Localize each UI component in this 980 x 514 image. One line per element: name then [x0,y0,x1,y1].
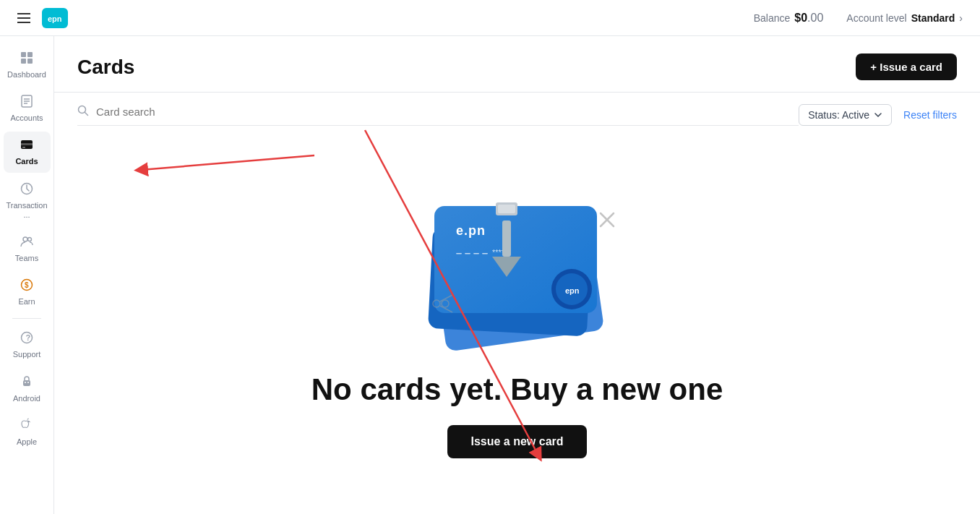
reset-filters-button[interactable]: Reset filters [903,109,957,121]
dashboard-icon [20,51,34,67]
sidebar-item-earn-label: Earn [18,297,35,307]
cards-icon [20,137,34,154]
svg-point-21 [25,382,26,383]
svg-rect-11 [21,143,33,145]
search-wrapper [77,105,799,126]
sidebar-item-apple[interactable]: Apple [4,412,51,453]
svg-point-22 [27,382,29,383]
logo-icon: epn [42,8,68,28]
sidebar-item-accounts[interactable]: Accounts [4,88,51,129]
apple-icon [20,418,34,434]
svg-rect-5 [27,59,33,64]
sidebar-item-support-label: Support [13,350,41,359]
svg-text:epn: epn [48,14,62,23]
svg-text:e.pn: e.pn [456,223,486,238]
sidebar-item-android[interactable]: Android [4,369,51,409]
svg-rect-33 [482,253,488,254]
svg-rect-2 [21,52,26,57]
logo[interactable]: epn [42,8,68,28]
page-title: Cards [77,56,134,79]
sidebar-item-transactions[interactable]: Transaction ... [4,176,51,226]
sidebar-item-accounts-label: Accounts [10,113,43,123]
transactions-icon [20,181,34,198]
filter-right: Status: Active Reset filters [799,104,957,126]
sidebar-item-cards[interactable]: Cards [4,132,51,172]
sidebar-item-cards-label: Cards [15,157,38,166]
page-header: Cards + Issue a card [54,36,980,93]
status-filter-dropdown[interactable]: Status: Active [799,104,892,126]
account-level-value: Standard [911,12,955,24]
filter-bar: Status: Active Reset filters [54,93,980,137]
sidebar-item-dashboard[interactable]: Dashboard [4,45,51,85]
svg-rect-3 [27,52,33,57]
sidebar-item-android-label: Android [13,394,40,403]
account-level-section[interactable]: Account level Standard › [846,12,963,24]
balance-label: Balance [754,12,791,24]
balance-section: Balance $0.00 [754,12,824,25]
support-icon: ? [20,330,34,347]
svg-rect-35 [502,220,511,257]
sidebar-divider [12,318,41,319]
balance-amount: $0.00 [794,12,823,25]
search-icon [77,105,89,119]
sidebar-item-teams[interactable]: Teams [4,228,51,269]
card-illustration: e.pn **** [395,166,640,354]
sidebar-item-apple-label: Apple [17,437,37,447]
svg-line-24 [85,112,88,115]
sidebar-item-earn[interactable]: $ Earn [4,272,51,312]
svg-point-14 [23,237,27,241]
issue-card-header-button[interactable]: + Issue a card [856,53,957,80]
header: epn Balance $0.00 Account level Standard… [0,0,980,36]
accounts-icon [20,94,34,111]
sidebar-item-teams-label: Teams [15,254,38,263]
svg-point-15 [28,237,32,241]
empty-state: e.pn **** [54,137,980,502]
svg-text:epn: epn [565,286,580,295]
sidebar-item-transactions-label: Transaction ... [6,201,47,220]
cards-svg: e.pn **** [395,166,640,354]
layout: Dashboard Accounts Cards Transaction ...… [0,36,980,514]
svg-rect-38 [498,205,515,213]
svg-rect-20 [23,380,30,386]
empty-state-title: No cards yet. Buy a new one [311,372,723,408]
android-icon [20,374,34,391]
sidebar-item-dashboard-label: Dashboard [7,70,46,80]
svg-rect-30 [456,253,462,254]
account-level-chevron: › [959,12,963,24]
main-content: Cards + Issue a card Status: Active Rese… [54,36,980,514]
svg-rect-12 [22,147,25,148]
svg-rect-32 [473,253,479,254]
issue-new-card-button[interactable]: Issue a new card [447,425,586,458]
account-level-label: Account level [846,12,906,24]
svg-text:?: ? [26,333,31,342]
earn-icon: $ [20,278,34,294]
sidebar: Dashboard Accounts Cards Transaction ...… [0,36,54,514]
hamburger-menu[interactable] [17,13,30,23]
svg-rect-31 [465,253,470,254]
teams-icon [20,234,34,251]
search-input[interactable] [96,106,799,118]
sidebar-item-support[interactable]: ? Support [4,325,51,365]
svg-text:$: $ [25,281,29,289]
header-left: epn [17,8,68,28]
header-center: Balance $0.00 Account level Standard › [754,12,963,25]
svg-rect-4 [21,59,26,64]
